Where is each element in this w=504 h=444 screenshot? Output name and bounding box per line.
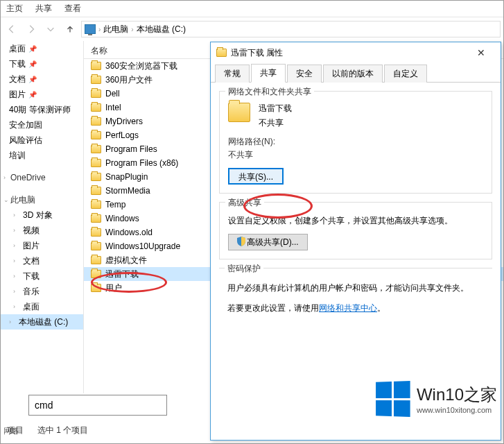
sidebar: 桌面📌下载📌文档📌图片📌40期 等保测评师安全加固风险评估培训 ›OneDriv…	[1, 41, 84, 393]
file-name: MyDrivers	[105, 117, 143, 126]
group-label: 高级共享	[225, 197, 264, 209]
file-name: Windows10Upgrade	[105, 241, 180, 251]
sidebar-item[interactable]: 图片📌	[1, 87, 83, 102]
folder-icon	[91, 256, 101, 264]
file-name: Dell	[105, 89, 120, 99]
sidebar-item[interactable]: ›桌面	[1, 299, 83, 314]
file-name: Windows.old	[105, 228, 153, 237]
tab-2[interactable]: 安全	[287, 65, 322, 83]
menubar: 主页 共享 查看	[1, 1, 503, 17]
sidebar-item[interactable]: ›3D 对象	[1, 207, 83, 223]
shield-icon	[237, 236, 245, 246]
sidebar-onedrive[interactable]: ›OneDrive	[1, 170, 83, 185]
group-label: 网络文件和文件夹共享	[225, 86, 314, 98]
sidebar-disk-c[interactable]: ›本地磁盘 (C:)	[1, 314, 83, 330]
path-value: 不共享	[228, 149, 483, 161]
pc-icon	[85, 24, 96, 34]
tab-3[interactable]: 以前的版本	[323, 65, 383, 83]
share-state: 不共享	[259, 117, 292, 129]
file-name: 360用户文件	[105, 74, 153, 86]
file-name: Intel	[105, 103, 121, 112]
sidebar-item[interactable]: 下载📌	[1, 56, 83, 71]
sidebar-item[interactable]: 文档📌	[1, 71, 83, 87]
crumb-pc[interactable]: 此电脑	[103, 24, 128, 35]
file-name: Temp	[105, 200, 125, 210]
network-center-link[interactable]: 网络和共享中心	[319, 303, 377, 313]
file-name: Program Files	[105, 144, 157, 154]
sidebar-item[interactable]: ›视频	[1, 223, 83, 238]
sidebar-item[interactable]: ›音乐	[1, 284, 83, 299]
folder-large-icon	[228, 103, 250, 122]
sidebar-item[interactable]: 桌面📌	[1, 41, 83, 56]
tab-0[interactable]: 常规	[215, 65, 250, 83]
folder-icon	[91, 173, 101, 181]
windows-logo-icon	[376, 381, 410, 417]
folder-icon	[91, 200, 101, 209]
up-button[interactable]	[62, 21, 78, 37]
sidebar-item[interactable]: 风险评估	[1, 133, 83, 148]
folder-icon	[91, 103, 101, 112]
back-button[interactable]	[3, 21, 20, 37]
crumb-disk[interactable]: 本地磁盘 (C:)	[137, 24, 186, 35]
pin-icon: 📌	[28, 76, 37, 83]
folder-icon	[91, 89, 101, 98]
status-selected: 选中 1 个项目	[37, 425, 88, 436]
folder-icon	[91, 242, 101, 250]
menu-share[interactable]: 共享	[35, 3, 52, 15]
folder-icon	[91, 117, 101, 126]
sidebar-item[interactable]: ›下载	[1, 268, 83, 284]
search-input[interactable]	[28, 395, 167, 416]
advanced-desc: 设置自定义权限，创建多个共享，并设置其他高级共享选项。	[228, 215, 483, 227]
chevron-right-icon: ›	[98, 26, 101, 33]
folder-icon	[91, 131, 101, 139]
folder-icon	[91, 187, 101, 195]
close-button[interactable]: ✕	[467, 43, 495, 62]
path-label: 网络路径(N):	[228, 136, 483, 148]
sidebar-item[interactable]: ›图片	[1, 238, 83, 253]
file-name: Program Files (x86)	[105, 158, 178, 168]
advanced-share-button[interactable]: 高级共享(D)...	[228, 234, 308, 250]
folder-icon	[91, 145, 101, 153]
dialog-tabs: 常规共享安全以前的版本自定义	[211, 63, 501, 83]
dialog-titlebar[interactable]: 迅雷下载 属性 ✕	[211, 42, 501, 63]
pin-icon: 📌	[28, 45, 37, 53]
watermark: Win10之家 www.win10xitong.com	[375, 382, 497, 416]
forward-button[interactable]	[23, 21, 40, 37]
sidebar-this-pc[interactable]: ⌄此电脑	[1, 192, 83, 207]
advanced-share-group: 高级共享 设置自定义权限，创建多个共享，并设置其他高级共享选项。 高级共享(D)…	[219, 202, 492, 259]
file-name: PerfLogs	[105, 130, 139, 140]
menu-home[interactable]: 主页	[6, 3, 23, 15]
pin-icon: 📌	[28, 60, 37, 68]
pwd-desc2: 若要更改此设置，请使用网络和共享中心。	[227, 302, 484, 314]
folder-icon	[216, 49, 227, 57]
pin-icon: 📌	[28, 91, 37, 99]
file-name: StormMedia	[105, 186, 150, 196]
recent-dropdown[interactable]	[42, 21, 59, 37]
file-name: 360安全浏览器下载	[105, 60, 177, 72]
menu-view[interactable]: 查看	[64, 3, 81, 15]
group-label: 密码保护	[225, 263, 263, 275]
tab-4[interactable]: 自定义	[384, 65, 427, 83]
folder-icon	[91, 62, 101, 70]
search-box	[28, 395, 167, 416]
folder-icon	[91, 228, 101, 237]
folder-icon	[91, 284, 101, 292]
sidebar-item[interactable]: ›文档	[1, 253, 83, 268]
network-share-group: 网络文件和文件夹共享 迅雷下载 不共享 网络路径(N): 不共享 共享(S)..…	[219, 91, 492, 194]
sidebar-item[interactable]: 40期 等保测评师	[1, 102, 83, 117]
breadcrumb[interactable]: › 此电脑 › 本地磁盘 (C:)	[81, 21, 501, 37]
properties-dialog: 迅雷下载 属性 ✕ 常规共享安全以前的版本自定义 网络文件和文件夹共享 迅雷下载…	[210, 42, 501, 441]
watermark-url: www.win10xitong.com	[417, 406, 497, 414]
file-name: SnapPlugin	[105, 172, 148, 182]
tab-1[interactable]: 共享	[251, 64, 286, 83]
sidebar-item[interactable]: 安全加固	[1, 117, 83, 133]
file-name: 用户	[105, 282, 122, 294]
chevron-right-icon: ›	[131, 26, 133, 33]
file-name: 虚拟机文件	[105, 255, 147, 266]
file-name: 迅雷下载	[105, 268, 139, 280]
navbar: › 此电脑 › 本地磁盘 (C:)	[1, 17, 503, 41]
share-name: 迅雷下载	[259, 103, 292, 114]
watermark-title: Win10之家	[417, 384, 497, 406]
share-button[interactable]: 共享(S)...	[228, 168, 284, 185]
sidebar-item[interactable]: 培训	[1, 148, 83, 163]
